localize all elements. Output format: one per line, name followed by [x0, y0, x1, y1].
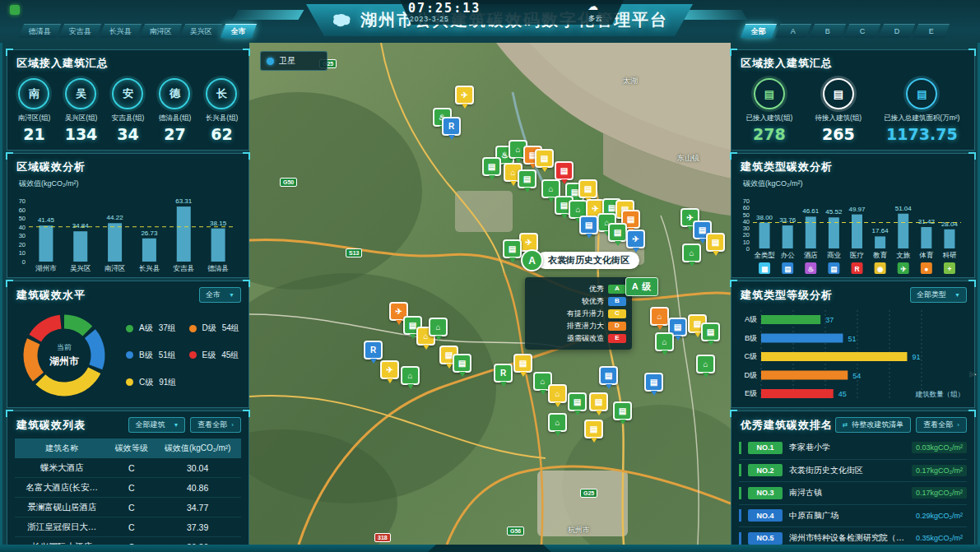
building-marker[interactable]: R — [442, 117, 461, 136]
tab-B[interactable]: B — [810, 24, 846, 38]
building-marker[interactable]: ⌂ — [682, 244, 701, 262]
stat-label: 长兴县(组) — [206, 114, 239, 123]
column-header: 碳效值(kgCO₂/m²) — [154, 438, 241, 458]
stat-value: 134 — [65, 125, 98, 143]
building-marker[interactable]: ⌂ — [650, 307, 669, 326]
panel-title: 区域碳效分析 — [16, 160, 86, 174]
satellite-toggle[interactable]: 卫星 — [260, 51, 327, 71]
tab-A[interactable]: A — [775, 24, 811, 38]
svg-text:38.00: 38.00 — [756, 214, 773, 221]
tab-安吉县[interactable]: 安吉县 — [59, 24, 101, 38]
table-row[interactable]: 浙江皇冠假日大…C37.39 — [15, 517, 241, 537]
building-marker[interactable]: ▤ — [555, 161, 574, 180]
legend-item-B级: B级51组 — [126, 343, 181, 369]
tab-D[interactable]: D — [879, 24, 915, 38]
legend-chip-C: C — [608, 309, 626, 318]
building-marker[interactable]: R — [364, 341, 383, 359]
tab-南浔区[interactable]: 南浔区 — [140, 24, 182, 38]
building-marker[interactable]: ⌂ — [429, 318, 448, 336]
marker-pointer — [540, 390, 546, 395]
table-row[interactable]: 景澜富砚山居酒店C34.77 — [15, 498, 241, 517]
svg-text:0: 0 — [22, 258, 26, 266]
tab-长兴县[interactable]: 长兴县 — [100, 24, 142, 38]
table-cell: C — [109, 517, 154, 537]
column-header: 碳效等级 — [109, 438, 154, 458]
building-marker[interactable]: ✈ — [380, 360, 399, 379]
rank-badge: NO.4 — [748, 509, 783, 522]
building-marker[interactable]: ▤ — [482, 157, 501, 176]
svg-text:0: 0 — [746, 245, 750, 253]
map-tooltip[interactable]: A 衣裳街历史文化街区 — [521, 251, 639, 270]
legend-grade: E级 — [202, 350, 216, 361]
table-row[interactable]: 名富大酒店(长安…C40.86 — [15, 478, 241, 498]
building-marker[interactable]: ▤ — [535, 149, 554, 168]
tab-德清县[interactable]: 德清县 — [19, 24, 61, 38]
tab-全市[interactable]: 全市 — [221, 24, 257, 38]
tab-C[interactable]: C — [844, 24, 880, 38]
rank-badge: NO.2 — [748, 464, 783, 476]
building-marker[interactable]: ▤ — [584, 420, 603, 438]
building-marker[interactable]: ▤ — [453, 354, 471, 373]
column-header: 建筑名称 — [15, 438, 109, 458]
building-marker[interactable]: ▤ — [579, 216, 598, 234]
building-marker[interactable]: ⌂ — [655, 332, 674, 351]
building-name: 李家巷小学 — [789, 442, 905, 453]
svg-text:教育: 教育 — [873, 251, 888, 259]
table-cell: 37.39 — [154, 517, 241, 537]
rectify-list-button[interactable]: ⇄ 待整改建筑清单 — [835, 417, 912, 433]
marker-pointer — [541, 167, 548, 172]
ranking-row[interactable]: NO.1李家巷小学0.03kgCO₂/m² — [739, 437, 967, 460]
building-marker[interactable]: ▤ — [613, 401, 632, 420]
marker-pointer — [370, 359, 377, 364]
map-legend-row: 有提升潜力C — [531, 308, 626, 319]
svg-text:51.04: 51.04 — [895, 205, 913, 212]
svg-text:●: ● — [924, 265, 928, 273]
building-marker[interactable]: ▤ — [503, 239, 522, 258]
dashboard: ✈♨R♨▤⌂▤▤⌂▤▤⌂▤▤▤⌂✈▤▤▤⌂▤▤✈✈▤▤⌂✈▤✈R▤⌂⌂▤✈⌂▤R… — [0, 0, 980, 552]
building-marker[interactable]: ▤ — [518, 169, 536, 188]
tab-吴兴区[interactable]: 吴兴区 — [180, 24, 222, 38]
building-marker[interactable]: ✈ — [626, 230, 645, 248]
building-filter-select[interactable]: 全部建筑 ▼ — [128, 417, 185, 433]
city-select[interactable]: 全市 ▼ — [199, 287, 241, 303]
building-marker[interactable]: ▤ — [608, 223, 627, 242]
donut-center-value: 湖州市 — [49, 355, 79, 369]
region-circle-icon: 德 — [159, 78, 190, 109]
type-select[interactable]: 全部类型 ▼ — [910, 287, 967, 303]
building-marker[interactable]: ▤ — [589, 392, 608, 411]
building-marker[interactable]: R — [494, 364, 513, 383]
table-row[interactable]: 蝶米大酒店C30.04 — [15, 458, 241, 478]
svg-text:31.42: 31.42 — [918, 218, 936, 225]
marker-pointer — [446, 364, 453, 369]
ranking-row[interactable]: NO.4中原百脑广场0.29kgCO₂/m² — [739, 505, 967, 528]
ranking-row[interactable]: NO.2衣裳街历史文化街区0.17kgCO₂/m² — [739, 460, 967, 483]
tab-全部[interactable]: 全部 — [741, 24, 777, 38]
region-circle-icon: 南 — [18, 78, 49, 109]
tab-E[interactable]: E — [913, 24, 950, 38]
chevron-right-icon: › — [957, 421, 959, 429]
view-all-button[interactable]: 查看全部 › — [916, 417, 967, 433]
panel-title: 建筑碳效列表 — [16, 418, 86, 433]
svg-text:+: + — [947, 265, 951, 273]
view-all-button[interactable]: 查看全部 › — [190, 417, 241, 433]
satellite-map[interactable]: ✈♨R♨▤⌂▤▤⌂▤▤⌂▤▤▤⌂✈▤▤▤⌂▤▤✈✈▤▤⌂✈▤✈R▤⌂⌂▤✈⌂▤R… — [249, 43, 731, 545]
ranking-row[interactable]: NO.3南浔古镇0.17kgCO₂/m² — [739, 482, 967, 505]
access-stat: ▤待接入建筑(组)265 — [815, 78, 862, 143]
building-marker[interactable]: ▤ — [599, 366, 618, 385]
building-marker[interactable]: ▤ — [578, 179, 597, 198]
type-carbon-chart: 01020304050607038.00全类型▦33.76办公▤46.61酒店♨… — [732, 189, 968, 281]
building-marker[interactable]: ▤ — [706, 233, 725, 252]
svg-text:30: 30 — [19, 232, 26, 239]
stat-value: 34 — [112, 125, 145, 143]
building-marker[interactable]: ⌂ — [401, 366, 420, 385]
building-marker[interactable]: ⌂ — [548, 384, 567, 403]
building-marker[interactable]: ✈ — [455, 86, 474, 104]
building-marker[interactable]: ▤ — [644, 373, 663, 392]
left-edge-strip — [0, 43, 2, 545]
building-marker[interactable]: ▤ — [701, 322, 720, 341]
building-marker[interactable]: ⌂ — [548, 413, 567, 432]
building-marker[interactable]: ▤ — [568, 392, 587, 411]
svg-text:20: 20 — [743, 231, 750, 239]
building-marker[interactable]: ▤ — [513, 354, 532, 373]
building-marker[interactable]: ⌂ — [696, 355, 715, 373]
